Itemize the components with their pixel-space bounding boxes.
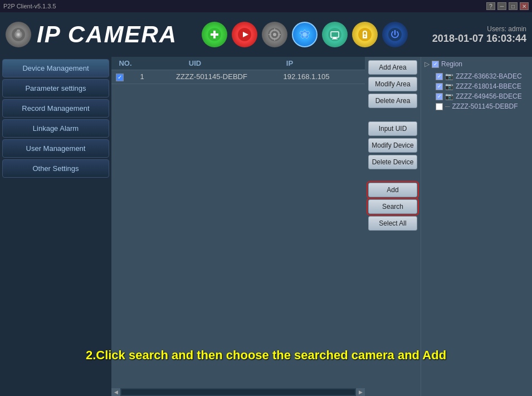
live-view-nav-button[interactable]: [232, 22, 257, 47]
add-device-nav-button[interactable]: [202, 22, 227, 47]
svg-rect-14: [274, 38, 275, 41]
tree-node-2-cam-icon: 📷: [445, 92, 453, 100]
sidebar-item-record-management[interactable]: Record Management: [2, 99, 109, 118]
row-no: 1: [128, 72, 156, 81]
add-area-button[interactable]: Add Area: [368, 60, 417, 75]
tree-root-checkbox[interactable]: ✓: [432, 61, 439, 68]
logo-area: IP CAMERA: [6, 21, 177, 48]
table-body: ✓ 1 ZZZZ-501145-DEBDF 192.168.1.105: [111, 70, 365, 388]
tree-collapse-icon[interactable]: ▷: [424, 60, 429, 68]
svg-point-12: [273, 33, 276, 36]
minimize-button[interactable]: ─: [497, 2, 506, 10]
sidebar-item-linkage-alarm[interactable]: Linkage Alarm: [2, 119, 109, 138]
tree-panel: ▷ ✓ Region ✓ 📷 ZZZZ-636632-BADEC ✓ 📷 ZZZ…: [421, 57, 532, 396]
window-controls: ? ─ □ ✕: [486, 2, 529, 10]
datetime-area: Users: admin 2018-01-07 16:03:44: [432, 25, 526, 45]
datetime-display: 2018-01-07 16:03:44: [432, 33, 526, 45]
tree-node-1[interactable]: ✓ 📷 ZZZZ-618014-BBECE: [433, 81, 530, 91]
tree-node-3-icon: ─: [445, 102, 450, 110]
help-button[interactable]: ?: [486, 2, 495, 10]
tree-node-2-checkbox[interactable]: ✓: [436, 93, 443, 100]
svg-rect-7: [211, 33, 218, 36]
device-settings-nav-button[interactable]: [292, 22, 318, 47]
tree-node-3[interactable]: ─ ZZZZ-501145-DEBDF: [433, 101, 530, 111]
ptz-nav-button[interactable]: [262, 22, 287, 47]
sidebar-item-other-settings[interactable]: Other Settings: [2, 159, 109, 178]
row-ip: 192.168.1.105: [267, 72, 345, 81]
table-row[interactable]: ✓ 1 ZZZZ-501145-DEBDF 192.168.1.105: [111, 70, 365, 84]
table-area: NO. UID IP ✓ 1 ZZZZ-501145-DEBDF 192.168…: [111, 57, 365, 396]
tree-node-1-label: ZZZZ-618014-BBECE: [456, 82, 521, 90]
tree-node-3-checkbox[interactable]: [436, 103, 443, 110]
title-bar: P2P Client-v5.1.3.5 ? ─ □ ✕: [0, 0, 532, 12]
tree-children: ✓ 📷 ZZZZ-636632-BADEC ✓ 📷 ZZZZ-618014-BB…: [423, 71, 530, 111]
svg-point-3: [17, 33, 19, 36]
logo-text: IP CAMERA: [37, 21, 177, 48]
tree-node-0-label: ZZZZ-636632-BADEC: [456, 72, 522, 80]
col-header-no: NO.: [111, 59, 139, 67]
delete-area-button[interactable]: Delete Area: [368, 94, 417, 108]
main-layout: Device Management Parameter settings Rec…: [0, 57, 532, 396]
tree-node-3-label: ZZZZ-501145-DEBDF: [452, 102, 518, 110]
sidebar-item-parameter-settings[interactable]: Parameter settings: [2, 79, 109, 97]
sidebar-item-user-management[interactable]: User Management: [2, 139, 109, 158]
app-title: P2P Client-v5.1.3.5: [3, 3, 56, 9]
input-uid-button[interactable]: Input UID: [368, 121, 417, 136]
users-label: Users: admin: [432, 25, 526, 33]
row-uid: ZZZZ-501145-DEBDF: [156, 72, 267, 81]
header: IP CAMERA: [0, 12, 532, 57]
add-button[interactable]: Add: [368, 183, 417, 197]
svg-rect-21: [333, 37, 336, 38]
maximize-button[interactable]: □: [509, 2, 518, 10]
svg-point-18: [302, 32, 307, 37]
table-header: NO. UID IP: [111, 57, 365, 70]
svg-rect-13: [274, 28, 275, 31]
power-nav-button[interactable]: [382, 22, 408, 47]
tree-node-0-cam-icon: 📷: [445, 72, 453, 80]
tree-header: ▷ ✓ Region: [423, 59, 530, 69]
sidebar: Device Management Parameter settings Rec…: [0, 57, 111, 396]
buttons-panel: Add Area Modify Area Delete Area Input U…: [365, 57, 421, 396]
search-button[interactable]: Search: [368, 199, 417, 214]
tree-node-2[interactable]: ✓ 📷 ZZZZ-649456-BDECE: [433, 91, 530, 101]
tree-node-1-cam-icon: 📷: [445, 82, 453, 90]
svg-rect-4: [17, 30, 20, 32]
device-panel: NO. UID IP ✓ 1 ZZZZ-501145-DEBDF 192.168…: [111, 57, 532, 396]
tree-node-2-label: ZZZZ-649456-BDECE: [456, 92, 522, 100]
svg-rect-22: [332, 38, 338, 40]
lock-nav-button[interactable]: [352, 22, 378, 47]
close-button[interactable]: ✕: [520, 2, 529, 10]
scroll-left-button[interactable]: ◀: [111, 388, 120, 396]
col-header-ip: IP: [251, 59, 329, 67]
playback-nav-button[interactable]: [322, 22, 348, 47]
tree-node-0-checkbox[interactable]: ✓: [436, 73, 443, 80]
svg-rect-16: [278, 34, 281, 35]
tree-node-1-checkbox[interactable]: ✓: [436, 83, 443, 90]
sidebar-item-device-management[interactable]: Device Management: [2, 59, 109, 77]
table-scrollbar[interactable]: ◀ ▶: [111, 388, 365, 396]
modify-area-button[interactable]: Modify Area: [368, 77, 417, 91]
nav-icons: [202, 22, 408, 47]
camera-logo-icon: [6, 22, 31, 47]
scroll-track[interactable]: [121, 389, 355, 395]
delete-device-button[interactable]: Delete Device: [368, 155, 417, 169]
scroll-right-button[interactable]: ▶: [356, 388, 365, 396]
tree-root-label: Region: [441, 60, 462, 68]
select-all-button[interactable]: Select All: [368, 216, 417, 231]
svg-point-25: [364, 36, 365, 37]
modify-device-button[interactable]: Modify Device: [368, 138, 417, 153]
svg-rect-15: [269, 34, 271, 35]
tree-node-0[interactable]: ✓ 📷 ZZZZ-636632-BADEC: [433, 71, 530, 81]
row-checkbox[interactable]: ✓: [111, 72, 128, 81]
col-header-uid: UID: [139, 59, 251, 67]
